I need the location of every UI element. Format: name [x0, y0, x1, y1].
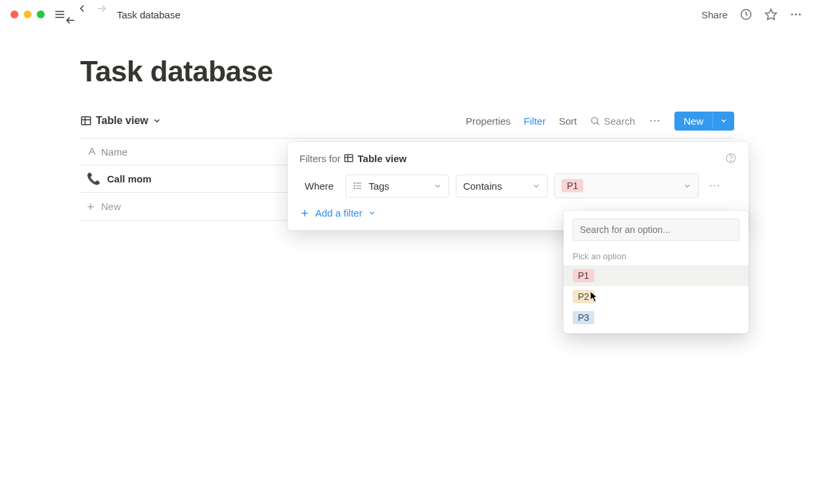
- nav-arrows: [76, 3, 108, 26]
- new-button-dropdown[interactable]: [713, 113, 734, 129]
- svg-point-14: [592, 117, 598, 123]
- filter-condition-row: Where Tags Contains P1: [299, 173, 737, 198]
- where-label: Where: [299, 180, 339, 192]
- tag-p3: P3: [573, 311, 594, 324]
- page-title: Task database: [80, 55, 734, 88]
- plus-icon: [85, 201, 96, 212]
- svg-point-8: [791, 14, 793, 16]
- filter-view-name-label: Table view: [358, 153, 407, 164]
- chevron-down-icon: [683, 182, 692, 190]
- search-label: Search: [604, 116, 635, 127]
- nav-back-icon[interactable]: [76, 3, 88, 26]
- option-dropdown: Pick an option P1 P2 P3: [563, 211, 749, 333]
- window-controls: [11, 10, 45, 18]
- close-window[interactable]: [11, 10, 18, 18]
- svg-point-17: [654, 120, 656, 122]
- top-right: Share: [701, 8, 802, 21]
- option-search-input[interactable]: [573, 219, 739, 241]
- updates-icon[interactable]: [739, 8, 753, 21]
- new-row-label: New: [101, 201, 121, 212]
- svg-point-33: [710, 185, 712, 187]
- svg-rect-11: [81, 117, 91, 125]
- minimize-window[interactable]: [24, 10, 32, 18]
- filter-property-select[interactable]: Tags: [345, 175, 449, 198]
- share-button[interactable]: Share: [701, 9, 728, 20]
- svg-point-35: [718, 185, 720, 187]
- filters-for-label: Filters for: [299, 153, 341, 164]
- help-icon[interactable]: [725, 152, 737, 164]
- svg-point-26: [730, 160, 731, 161]
- database-actions: Properties Filter Sort Search New: [466, 112, 734, 131]
- selected-tag-p1: P1: [561, 179, 583, 192]
- svg-point-32: [354, 188, 355, 188]
- text-icon: [87, 146, 97, 157]
- more-icon[interactable]: [789, 8, 802, 21]
- view-switcher[interactable]: Table view: [80, 115, 162, 127]
- table-icon: [343, 153, 354, 163]
- chevron-down-icon: [152, 116, 162, 125]
- svg-point-34: [714, 185, 716, 187]
- view-name: Table view: [96, 115, 148, 127]
- row-title: Call mom: [107, 173, 152, 184]
- option-item-p2[interactable]: P2: [563, 286, 749, 307]
- svg-rect-22: [345, 155, 353, 162]
- svg-point-18: [657, 120, 659, 122]
- sort-button[interactable]: Sort: [559, 116, 577, 127]
- chevron-down-icon: [433, 182, 442, 190]
- breadcrumb[interactable]: Task database: [117, 9, 181, 20]
- chevron-down-icon: [368, 209, 376, 217]
- search-button[interactable]: Search: [590, 116, 635, 127]
- table-icon: [80, 115, 92, 127]
- add-filter-label: Add a filter: [315, 207, 363, 219]
- favorite-icon[interactable]: [764, 8, 778, 21]
- column-header-name-label: Name: [101, 146, 127, 158]
- tag-p1: P1: [573, 269, 594, 282]
- filter-property-label: Tags: [368, 180, 389, 192]
- filter-view-name: Table view: [343, 153, 407, 164]
- search-icon: [590, 116, 601, 127]
- svg-point-9: [795, 14, 797, 16]
- svg-point-30: [354, 182, 355, 183]
- filter-condition-select[interactable]: Contains: [456, 175, 548, 198]
- plus-icon: [299, 208, 310, 219]
- filter-condition-label: Contains: [463, 180, 502, 192]
- new-button-main[interactable]: New: [674, 112, 713, 131]
- svg-marker-7: [766, 9, 777, 20]
- option-search: [573, 219, 739, 241]
- properties-button[interactable]: Properties: [466, 116, 510, 127]
- svg-line-15: [597, 122, 599, 124]
- list-icon: [353, 180, 363, 191]
- svg-point-31: [354, 185, 355, 186]
- chevron-down-icon: [532, 182, 540, 190]
- tag-p2: P2: [573, 290, 594, 303]
- option-heading: Pick an option: [563, 247, 749, 265]
- column-header-name[interactable]: Name: [80, 146, 290, 158]
- nav-forward-icon[interactable]: [96, 3, 108, 26]
- row-emoji-icon: 📞: [87, 172, 100, 186]
- filter-button[interactable]: Filter: [524, 116, 546, 127]
- database-toolbar: Table view Properties Filter Sort Search…: [80, 106, 734, 135]
- option-item-p1[interactable]: P1: [563, 265, 749, 286]
- new-button: New: [674, 112, 734, 131]
- filter-row-more-icon[interactable]: [705, 177, 724, 195]
- filter-header: Filters for Table view: [299, 152, 737, 164]
- svg-point-16: [650, 120, 652, 122]
- top-bar: Task database Share: [0, 0, 813, 29]
- maximize-window[interactable]: [37, 10, 45, 18]
- option-item-p3[interactable]: P3: [563, 307, 749, 328]
- toolbar-more-icon[interactable]: [648, 114, 661, 127]
- filter-value-select[interactable]: P1: [554, 173, 699, 198]
- svg-point-10: [799, 14, 801, 16]
